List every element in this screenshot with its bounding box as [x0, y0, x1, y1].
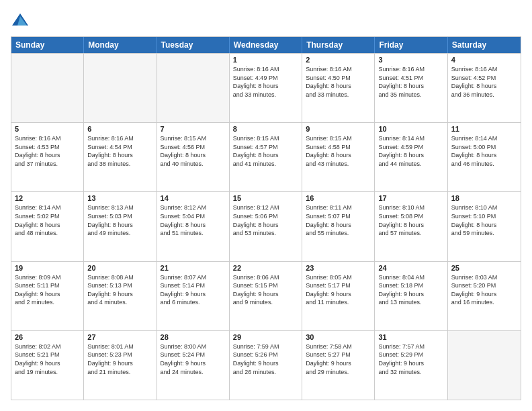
weekday-header: Wednesday — [230, 37, 302, 53]
calendar-header: SundayMondayTuesdayWednesdayThursdayFrid… — [11, 37, 521, 53]
day-number: 1 — [233, 56, 298, 64]
cell-info: Sunrise: 7:59 AM Sunset: 5:26 PM Dayligh… — [233, 342, 298, 376]
day-number: 10 — [378, 125, 443, 133]
day-number: 2 — [306, 56, 371, 64]
weekday-header: Saturday — [448, 37, 521, 53]
day-number: 30 — [306, 333, 371, 341]
cell-info: Sunrise: 8:02 AM Sunset: 5:21 PM Dayligh… — [15, 342, 80, 376]
weekday-header: Monday — [84, 37, 157, 53]
calendar-row: 5Sunrise: 8:16 AM Sunset: 4:53 PM Daylig… — [11, 122, 521, 191]
cell-info: Sunrise: 8:14 AM Sunset: 5:02 PM Dayligh… — [15, 203, 80, 237]
day-number: 31 — [378, 333, 443, 341]
cell-info: Sunrise: 8:16 AM Sunset: 4:52 PM Dayligh… — [451, 65, 517, 99]
calendar-cell: 20Sunrise: 8:08 AM Sunset: 5:13 PM Dayli… — [84, 262, 157, 330]
day-number: 9 — [306, 125, 371, 133]
day-number: 27 — [87, 333, 152, 341]
cell-info: Sunrise: 8:15 AM Sunset: 4:57 PM Dayligh… — [233, 134, 298, 168]
day-number: 7 — [161, 125, 226, 133]
day-number: 11 — [451, 125, 517, 133]
cell-info: Sunrise: 8:06 AM Sunset: 5:15 PM Dayligh… — [233, 273, 298, 307]
calendar-cell: 2Sunrise: 8:16 AM Sunset: 4:50 PM Daylig… — [302, 54, 375, 122]
calendar-row: 19Sunrise: 8:09 AM Sunset: 5:11 PM Dayli… — [11, 261, 521, 330]
calendar-cell: 1Sunrise: 8:16 AM Sunset: 4:49 PM Daylig… — [230, 54, 302, 122]
day-number: 14 — [161, 194, 226, 202]
calendar-cell: 14Sunrise: 8:12 AM Sunset: 5:04 PM Dayli… — [157, 192, 230, 261]
calendar: SundayMondayTuesdayWednesdayThursdayFrid… — [11, 36, 521, 400]
day-number: 23 — [306, 264, 371, 272]
cell-info: Sunrise: 8:12 AM Sunset: 5:04 PM Dayligh… — [161, 203, 226, 237]
cell-info: Sunrise: 8:15 AM Sunset: 4:58 PM Dayligh… — [306, 134, 371, 168]
day-number: 4 — [451, 56, 517, 64]
calendar-cell: 28Sunrise: 8:00 AM Sunset: 5:24 PM Dayli… — [157, 331, 230, 400]
day-number: 13 — [87, 194, 152, 202]
calendar-cell: 22Sunrise: 8:06 AM Sunset: 5:15 PM Dayli… — [230, 262, 302, 330]
day-number: 29 — [233, 333, 298, 341]
calendar-cell — [84, 54, 157, 122]
day-number: 26 — [15, 333, 80, 341]
cell-info: Sunrise: 8:08 AM Sunset: 5:13 PM Dayligh… — [87, 273, 152, 307]
day-number: 19 — [15, 264, 80, 272]
calendar-row: 26Sunrise: 8:02 AM Sunset: 5:21 PM Dayli… — [11, 330, 521, 400]
calendar-cell: 9Sunrise: 8:15 AM Sunset: 4:58 PM Daylig… — [302, 123, 375, 191]
calendar-cell: 13Sunrise: 8:13 AM Sunset: 5:03 PM Dayli… — [84, 192, 157, 261]
calendar-body: 1Sunrise: 8:16 AM Sunset: 4:49 PM Daylig… — [11, 53, 521, 400]
calendar-cell: 25Sunrise: 8:03 AM Sunset: 5:20 PM Dayli… — [448, 262, 521, 330]
cell-info: Sunrise: 8:10 AM Sunset: 5:10 PM Dayligh… — [451, 203, 517, 237]
cell-info: Sunrise: 8:16 AM Sunset: 4:54 PM Dayligh… — [87, 134, 152, 168]
calendar-cell: 21Sunrise: 8:07 AM Sunset: 5:14 PM Dayli… — [157, 262, 230, 330]
day-number: 24 — [378, 264, 443, 272]
cell-info: Sunrise: 8:10 AM Sunset: 5:08 PM Dayligh… — [378, 203, 443, 237]
day-number: 16 — [306, 194, 371, 202]
cell-info: Sunrise: 8:03 AM Sunset: 5:20 PM Dayligh… — [451, 273, 517, 307]
day-number: 12 — [15, 194, 80, 202]
calendar-cell: 17Sunrise: 8:10 AM Sunset: 5:08 PM Dayli… — [375, 192, 447, 261]
cell-info: Sunrise: 8:04 AM Sunset: 5:18 PM Dayligh… — [378, 273, 443, 307]
day-number: 15 — [233, 194, 298, 202]
cell-info: Sunrise: 7:57 AM Sunset: 5:29 PM Dayligh… — [378, 342, 443, 376]
calendar-cell: 18Sunrise: 8:10 AM Sunset: 5:10 PM Dayli… — [448, 192, 521, 261]
cell-info: Sunrise: 8:00 AM Sunset: 5:24 PM Dayligh… — [161, 342, 226, 376]
page: SundayMondayTuesdayWednesdayThursdayFrid… — [0, 0, 532, 411]
cell-info: Sunrise: 8:14 AM Sunset: 4:59 PM Dayligh… — [378, 134, 443, 168]
cell-info: Sunrise: 7:58 AM Sunset: 5:27 PM Dayligh… — [306, 342, 371, 376]
calendar-cell: 31Sunrise: 7:57 AM Sunset: 5:29 PM Dayli… — [375, 331, 447, 400]
day-number: 21 — [161, 264, 226, 272]
weekday-header: Thursday — [302, 37, 375, 53]
logo-icon — [11, 11, 30, 30]
cell-info: Sunrise: 8:11 AM Sunset: 5:07 PM Dayligh… — [306, 203, 371, 237]
calendar-cell: 12Sunrise: 8:14 AM Sunset: 5:02 PM Dayli… — [11, 192, 84, 261]
day-number: 28 — [161, 333, 226, 341]
calendar-cell: 30Sunrise: 7:58 AM Sunset: 5:27 PM Dayli… — [302, 331, 375, 400]
cell-info: Sunrise: 8:09 AM Sunset: 5:11 PM Dayligh… — [15, 273, 80, 307]
calendar-cell: 7Sunrise: 8:15 AM Sunset: 4:56 PM Daylig… — [157, 123, 230, 191]
cell-info: Sunrise: 8:07 AM Sunset: 5:14 PM Dayligh… — [161, 273, 226, 307]
calendar-cell: 8Sunrise: 8:15 AM Sunset: 4:57 PM Daylig… — [230, 123, 302, 191]
cell-info: Sunrise: 8:14 AM Sunset: 5:00 PM Dayligh… — [451, 134, 517, 168]
cell-info: Sunrise: 8:16 AM Sunset: 4:50 PM Dayligh… — [306, 65, 371, 99]
cell-info: Sunrise: 8:13 AM Sunset: 5:03 PM Dayligh… — [87, 203, 152, 237]
cell-info: Sunrise: 8:12 AM Sunset: 5:06 PM Dayligh… — [233, 203, 298, 237]
cell-info: Sunrise: 8:16 AM Sunset: 4:53 PM Dayligh… — [15, 134, 80, 168]
calendar-cell: 11Sunrise: 8:14 AM Sunset: 5:00 PM Dayli… — [448, 123, 521, 191]
day-number: 25 — [451, 264, 517, 272]
cell-info: Sunrise: 8:01 AM Sunset: 5:23 PM Dayligh… — [87, 342, 152, 376]
calendar-cell — [157, 54, 230, 122]
calendar-cell: 10Sunrise: 8:14 AM Sunset: 4:59 PM Dayli… — [375, 123, 447, 191]
calendar-cell: 23Sunrise: 8:05 AM Sunset: 5:17 PM Dayli… — [302, 262, 375, 330]
day-number: 17 — [378, 194, 443, 202]
calendar-cell: 27Sunrise: 8:01 AM Sunset: 5:23 PM Dayli… — [84, 331, 157, 400]
weekday-header: Friday — [375, 37, 447, 53]
day-number: 8 — [233, 125, 298, 133]
cell-info: Sunrise: 8:15 AM Sunset: 4:56 PM Dayligh… — [161, 134, 226, 168]
calendar-cell: 16Sunrise: 8:11 AM Sunset: 5:07 PM Dayli… — [302, 192, 375, 261]
calendar-row: 1Sunrise: 8:16 AM Sunset: 4:49 PM Daylig… — [11, 53, 521, 122]
calendar-cell — [11, 54, 84, 122]
calendar-cell: 24Sunrise: 8:04 AM Sunset: 5:18 PM Dayli… — [375, 262, 447, 330]
calendar-cell: 5Sunrise: 8:16 AM Sunset: 4:53 PM Daylig… — [11, 123, 84, 191]
day-number: 22 — [233, 264, 298, 272]
calendar-row: 12Sunrise: 8:14 AM Sunset: 5:02 PM Dayli… — [11, 191, 521, 261]
calendar-cell: 15Sunrise: 8:12 AM Sunset: 5:06 PM Dayli… — [230, 192, 302, 261]
weekday-header: Tuesday — [157, 37, 230, 53]
cell-info: Sunrise: 8:05 AM Sunset: 5:17 PM Dayligh… — [306, 273, 371, 307]
calendar-cell: 26Sunrise: 8:02 AM Sunset: 5:21 PM Dayli… — [11, 331, 84, 400]
